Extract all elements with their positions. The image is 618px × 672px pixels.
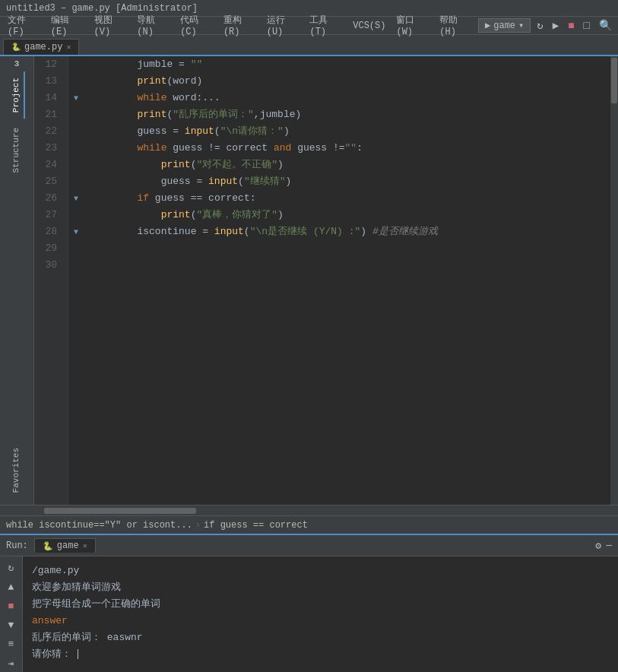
run-tab-close-icon[interactable]: ✕ <box>83 541 87 550</box>
run-config-name: game <box>493 21 515 31</box>
run-output-line3: answer <box>32 613 609 629</box>
line-num-28: 28 <box>40 223 62 240</box>
run-config-selector[interactable]: ▶ game ▾ <box>478 18 531 33</box>
input-cursor <box>78 649 78 659</box>
menu-vcs[interactable]: VCS(S) <box>348 19 390 33</box>
code-line-24: print("对不起。不正确") <box>90 157 604 173</box>
gutter-29 <box>68 240 84 257</box>
horizontal-scrollbar[interactable] <box>0 505 618 515</box>
stop-run-icon[interactable]: ■ <box>6 598 17 614</box>
gutter-27 <box>68 207 84 223</box>
breadcrumb-item-2[interactable]: if guess == correct <box>204 520 308 531</box>
tab-close-icon[interactable]: ✕ <box>66 43 71 52</box>
run-output-path: /game.py <box>32 563 609 579</box>
tab-game-py[interactable]: 🐍 game.py ✕ <box>3 39 79 55</box>
scroll-down-icon[interactable]: ▼ <box>6 617 17 633</box>
line-num-27: 27 <box>40 207 62 223</box>
editor-main: 12 13 14 21 22 23 24 25 26 27 28 29 30 ▼… <box>34 56 618 505</box>
run-tab-icon: 🐍 <box>43 541 53 551</box>
menu-edit[interactable]: 编辑(E) <box>46 12 88 39</box>
sidebar-tab-structure[interactable]: Structure <box>8 122 25 179</box>
line-num-12: 12 <box>40 56 62 73</box>
code-line-21: print("乱序后的单词：",jumble) <box>90 106 604 123</box>
gutter-23 <box>68 140 84 157</box>
line-num-14: 14 <box>40 90 62 106</box>
search-icon[interactable]: 🔍 <box>596 17 615 33</box>
line-num-26: 26 <box>40 190 62 207</box>
run-config-icon: ▶ <box>485 20 490 31</box>
code-line-23: while guess != correct and guess !="": <box>90 140 604 157</box>
sidebar-tab-favorites[interactable]: Favorites <box>8 442 25 499</box>
code-line-22: guess = input("\n请你猜：") <box>90 123 604 140</box>
line-num-23: 23 <box>40 140 62 157</box>
python-file-icon: 🐍 <box>11 43 21 52</box>
code-line-14: while word:... <box>90 90 604 106</box>
editor-scrollbar[interactable] <box>610 56 618 505</box>
build-icon[interactable]: ↻ <box>534 17 546 33</box>
gutter-28[interactable]: ▼ <box>68 223 84 240</box>
code-line-28: iscontinue = input("\n是否继续 (Y/N) :") #是否… <box>90 223 604 240</box>
code-line-27: print("真棒，你猜对了") <box>90 207 604 223</box>
sidebar-tab-project[interactable]: Project <box>8 71 25 119</box>
code-line-26: if guess == correct: <box>90 190 604 207</box>
coverage-icon[interactable]: □ <box>581 18 593 33</box>
line-num-13: 13 <box>40 73 62 90</box>
menu-file[interactable]: 文件(F) <box>3 12 45 39</box>
line-num-21: 21 <box>40 106 62 123</box>
settings-icon[interactable]: ⚙ <box>595 540 601 552</box>
code-line-25: guess = input("继续猜") <box>90 173 604 190</box>
indent-icon[interactable]: ⇥ <box>6 655 17 672</box>
line-num-24: 24 <box>40 157 62 173</box>
run-label: Run: <box>0 540 34 551</box>
run-output-line2: 把字母组合成一个正确的单词 <box>32 596 609 613</box>
code-line-12: jumble = "" <box>90 56 604 73</box>
code-line-13: print(word) <box>90 73 604 90</box>
breadcrumb-bar: while iscontinue=="Y" or iscont... › if … <box>0 515 618 534</box>
gutter-col: ▼ ▼ ▼ <box>68 56 84 505</box>
run-output: /game.py 欢迎参加猜单词游戏 把字母组合成一个正确的单词 answer … <box>23 556 618 672</box>
menu-help[interactable]: 帮助(H) <box>435 12 477 39</box>
breadcrumb-item-1[interactable]: while iscontinue=="Y" or iscont... <box>6 520 192 531</box>
run-tab-game[interactable]: 🐍 game ✕ <box>34 538 96 553</box>
code-area[interactable]: jumble = "" print(word) while word:... p… <box>84 56 610 505</box>
menu-bar: 文件(F) 编辑(E) 视图(V) 导航(N) 代码(C) 重构(R) 运行(U… <box>0 17 618 35</box>
gutter-21 <box>68 106 84 123</box>
run-output-line5: 请你猜： <box>32 646 609 663</box>
code-line-30 <box>90 257 604 274</box>
gutter-25 <box>68 173 84 190</box>
chevron-down-icon: ▾ <box>518 20 524 31</box>
align-icon[interactable]: ≡ <box>6 636 17 652</box>
scroll-up-icon[interactable]: ▲ <box>6 579 17 595</box>
run-tab-bar: Run: 🐍 game ✕ ⚙ — <box>0 535 618 556</box>
line-num-25: 25 <box>40 173 62 190</box>
menu-refactor[interactable]: 重构(R) <box>219 12 261 39</box>
sidebar-number: 3 <box>14 59 20 68</box>
scrollbar-thumb[interactable] <box>611 58 617 103</box>
menu-run[interactable]: 运行(U) <box>262 12 304 39</box>
run-panel: Run: 🐍 game ✕ ⚙ — ↻ ▲ ■ ▼ ≡ ⇥ 🔍 📌 🗑 /gam… <box>0 534 618 672</box>
gutter-14[interactable]: ▼ <box>68 90 84 106</box>
menu-tools[interactable]: 工具(T) <box>305 12 347 39</box>
run-output-line1: 欢迎参加猜单词游戏 <box>32 579 609 596</box>
gutter-26[interactable]: ▼ <box>68 190 84 207</box>
run-tab-name: game <box>57 540 79 551</box>
minimize-icon[interactable]: — <box>606 540 612 551</box>
editor-container: 3 Project Structure Favorites 12 13 14 2… <box>0 56 618 505</box>
gutter-24 <box>68 157 84 173</box>
menu-window[interactable]: 窗口(W) <box>391 12 433 39</box>
rerun-icon[interactable]: ↻ <box>6 559 17 576</box>
line-num-30: 30 <box>40 257 62 274</box>
line-num-29: 29 <box>40 240 62 257</box>
menu-view[interactable]: 视图(V) <box>90 12 132 39</box>
run-icon[interactable]: ▶ <box>550 17 562 33</box>
sidebar: 3 Project Structure Favorites <box>0 56 34 505</box>
gutter-13 <box>68 73 84 90</box>
run-container: ↻ ▲ ■ ▼ ≡ ⇥ 🔍 📌 🗑 /game.py 欢迎参加猜单词游戏 把字母… <box>0 556 618 672</box>
h-scrollbar-thumb[interactable] <box>44 508 196 514</box>
menu-navigate[interactable]: 导航(N) <box>132 12 174 39</box>
run-left-toolbar: ↻ ▲ ■ ▼ ≡ ⇥ 🔍 📌 🗑 <box>0 556 23 672</box>
stop-icon[interactable]: ■ <box>565 18 577 33</box>
line-numbers: 12 13 14 21 22 23 24 25 26 27 28 29 30 <box>34 56 68 505</box>
gutter-12 <box>68 56 84 73</box>
menu-code[interactable]: 代码(C) <box>176 12 217 39</box>
